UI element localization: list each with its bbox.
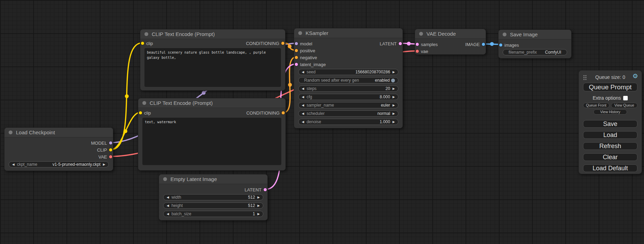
arrow-left-icon[interactable]: ◀ (12, 163, 15, 166)
queue-prompt-button[interactable]: Queue Prompt (583, 83, 637, 91)
node-empty-latent-image[interactable]: Empty Latent Image LATENT ◀ width 512 ▶ … (159, 174, 268, 220)
arrow-left-icon[interactable]: ◀ (167, 196, 169, 199)
widget-denoise[interactable]: ◀ denoise 1.000 ▶ (298, 119, 398, 125)
arrow-right-icon[interactable]: ▶ (392, 112, 395, 115)
node-load-checkpoint[interactable]: Load Checkpoint MODEL CLIP VAE ◀ ckpt_na… (4, 127, 113, 171)
widget-random-seed-toggle[interactable]: Random seed after every gen enabled (298, 77, 398, 83)
node-title-bar[interactable]: KSampler (294, 28, 403, 38)
input-port-clip[interactable] (141, 42, 144, 45)
node-title-bar[interactable]: Load Checkpoint (5, 128, 113, 137)
widget-steps[interactable]: ◀ steps 20 ▶ (298, 85, 398, 92)
view-queue-button[interactable]: View Queue (611, 103, 637, 108)
input-port-latent-image[interactable] (295, 63, 298, 66)
arrow-right-icon[interactable]: ▶ (257, 213, 260, 216)
input-port-clip[interactable] (139, 111, 142, 115)
clear-button[interactable]: Clear (583, 153, 637, 161)
output-port-conditioning[interactable] (281, 42, 284, 45)
input-port-samples[interactable] (416, 43, 419, 46)
refresh-button[interactable]: Refresh (583, 142, 637, 150)
node-title-bar[interactable]: CLIP Text Encode (Prompt) (138, 98, 285, 108)
widget-ckpt-name[interactable]: ◀ ckpt_name v1-5-pruned-emaonly.ckpt ▶ (9, 161, 109, 168)
node-title-bar[interactable]: Save Image (499, 30, 571, 39)
collapse-dot-icon[interactable] (163, 177, 167, 181)
output-port-model[interactable] (109, 142, 112, 145)
input-label: clip (146, 41, 153, 46)
prompt-textarea[interactable]: beautiful scenery nature glass bottle la… (144, 48, 281, 87)
link-latent-samples-midpoint[interactable] (407, 42, 411, 46)
output-port-latent[interactable] (399, 42, 402, 45)
output-port-clip[interactable] (109, 148, 112, 152)
link-model-midpoint[interactable] (202, 91, 206, 95)
widget-sampler-name[interactable]: ◀ sampler_name euler ▶ (298, 102, 398, 108)
toggle-on-indicator[interactable] (391, 79, 395, 82)
widget-seed[interactable]: ◀ seed 156680208700286 ▶ (298, 69, 398, 75)
arrow-left-icon[interactable]: ◀ (302, 112, 304, 115)
node-clip-text-encode-negative[interactable]: CLIP Text Encode (Prompt) clip CONDITION… (138, 98, 286, 171)
arrow-left-icon[interactable]: ◀ (167, 213, 169, 216)
arrow-right-icon[interactable]: ▶ (103, 163, 105, 166)
collapse-dot-icon[interactable] (142, 101, 146, 105)
arrow-left-icon[interactable]: ◀ (302, 120, 304, 124)
arrow-right-icon[interactable]: ▶ (257, 204, 260, 207)
input-port-model[interactable] (295, 42, 298, 45)
node-vae-decode[interactable]: VAE Decode samples IMAGE vae (415, 29, 486, 55)
prompt-textarea[interactable]: text, watermark (142, 118, 281, 165)
collapse-dot-icon[interactable] (419, 32, 423, 36)
node-title-bar[interactable]: CLIP Text Encode (Prompt) (140, 29, 285, 39)
queue-front-button[interactable]: Queue Front (583, 103, 609, 108)
arrow-right-icon[interactable]: ▶ (392, 87, 395, 90)
arrow-right-icon[interactable]: ▶ (392, 96, 395, 99)
arrow-right-icon[interactable]: ▶ (392, 120, 395, 124)
arrow-left-icon[interactable]: ◀ (302, 104, 304, 107)
collapse-dot-icon[interactable] (298, 31, 302, 35)
output-port-conditioning[interactable] (282, 111, 285, 115)
widget-name: filename_prefix (509, 50, 537, 55)
gear-icon[interactable]: ⚙ (633, 73, 638, 79)
node-title-bar[interactable]: Empty Latent Image (159, 174, 267, 184)
widget-cfg[interactable]: ◀ cfg 8.000 ▶ (298, 94, 398, 100)
output-port-latent[interactable] (264, 188, 267, 191)
arrow-left-icon[interactable]: ◀ (302, 71, 304, 74)
input-label: positive (300, 48, 315, 53)
output-label: MODEL (91, 141, 107, 146)
save-button[interactable]: Save (583, 120, 637, 128)
output-port-vae[interactable] (109, 155, 112, 159)
widget-scheduler[interactable]: ◀ scheduler normal ▶ (298, 110, 398, 117)
link-conditioning-negative-midpoint[interactable] (288, 83, 292, 87)
load-default-button[interactable]: Load Default (583, 164, 637, 172)
node-ksampler[interactable]: KSampler model LATENT positive negative … (294, 28, 403, 128)
arrow-left-icon[interactable]: ◀ (302, 87, 304, 90)
input-port-images[interactable] (499, 44, 502, 47)
link-conditioning-positive-midpoint[interactable] (288, 45, 292, 48)
widget-filename-prefix[interactable]: filename_prefix ComfyUI (503, 49, 567, 55)
link-image-midpoint[interactable] (490, 42, 494, 46)
output-row-model: MODEL (5, 139, 113, 146)
link-clip-positive-midpoint[interactable] (125, 94, 129, 98)
extra-options-checkbox[interactable] (623, 96, 628, 100)
collapse-dot-icon[interactable] (503, 33, 506, 36)
arrow-left-icon[interactable]: ◀ (167, 204, 169, 207)
port-row-clip: clip CONDITIONING (140, 40, 285, 47)
output-port-image[interactable] (482, 43, 485, 46)
node-save-image[interactable]: Save Image images filename_prefix ComfyU… (498, 29, 572, 58)
node-clip-text-encode-positive[interactable]: CLIP Text Encode (Prompt) clip CONDITION… (140, 29, 285, 91)
collapse-dot-icon[interactable] (9, 130, 12, 134)
widget-batch-size[interactable]: ◀ batch_size 1 ▶ (163, 211, 263, 217)
input-port-vae[interactable] (416, 50, 419, 53)
drag-handle-icon[interactable] (583, 75, 587, 80)
input-port-negative[interactable] (295, 56, 298, 59)
input-port-positive[interactable] (295, 49, 298, 52)
widget-name: cfg (307, 94, 312, 99)
widget-value: 20 (386, 86, 390, 91)
arrow-right-icon[interactable]: ▶ (392, 104, 395, 107)
widget-width[interactable]: ◀ width 512 ▶ (163, 194, 263, 200)
widget-height[interactable]: ◀ height 512 ▶ (163, 202, 263, 209)
view-history-button[interactable]: View History (593, 109, 627, 115)
load-button[interactable]: Load (583, 131, 637, 139)
link-clip-negative-midpoint[interactable] (124, 129, 127, 133)
arrow-right-icon[interactable]: ▶ (392, 71, 395, 74)
collapse-dot-icon[interactable] (144, 32, 148, 36)
arrow-left-icon[interactable]: ◀ (302, 96, 304, 99)
arrow-right-icon[interactable]: ▶ (257, 196, 260, 199)
node-title-bar[interactable]: VAE Decode (415, 29, 486, 39)
